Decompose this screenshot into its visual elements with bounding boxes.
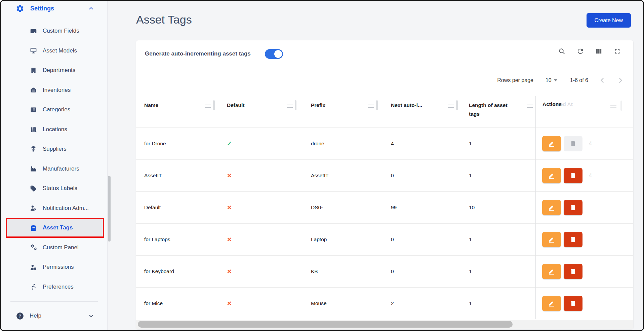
sidebar-nav: Custom Fields Asset Models Departments I… (1, 21, 107, 297)
sidebar-item-asset-models[interactable]: Asset Models (1, 41, 107, 61)
rows-per-page-value: 10 (546, 77, 552, 83)
column-resize-bar (620, 101, 622, 111)
cell-prefix: drone (311, 128, 324, 159)
drag-handle-icon[interactable] (368, 105, 374, 108)
svg-text:?: ? (18, 314, 21, 319)
edit-button[interactable] (542, 168, 561, 183)
default-mark: ✓ (227, 128, 232, 159)
sidebar-item-departments[interactable]: Departments (1, 61, 107, 80)
chevron-down-icon[interactable] (88, 313, 94, 319)
edit-button[interactable] (542, 264, 561, 279)
previous-page-icon[interactable] (598, 76, 606, 84)
rows-per-page-select[interactable]: 10 (546, 77, 557, 83)
drag-handle-icon (610, 105, 616, 108)
column-resize-bar[interactable] (295, 100, 296, 110)
toggle-knob (274, 50, 282, 58)
gear-icon (16, 4, 24, 13)
pagination-range: 1-6 of 6 (570, 77, 588, 83)
cell-length: 1 (469, 224, 509, 255)
inventories-icon (30, 86, 37, 94)
refresh-icon[interactable] (576, 47, 584, 55)
column-header-length[interactable]: Length of asset tags (469, 101, 509, 118)
sidebar-item-suppliers[interactable]: Suppliers (1, 139, 107, 159)
search-icon[interactable] (558, 47, 566, 55)
sidebar-item-label: Status Labels (43, 185, 77, 192)
cell-prefix: AssetIT (311, 160, 329, 191)
sidebar-item-locations[interactable]: Locations (1, 120, 107, 140)
sidebar-item-label: Preferences (43, 284, 74, 290)
drag-handle-icon[interactable] (287, 105, 293, 108)
delete-button[interactable] (564, 264, 582, 279)
sidebar-item-label: Custom Panel (43, 244, 79, 251)
default-mark: ✕ (227, 256, 232, 287)
sidebar-item-permissions[interactable]: Permissions (1, 257, 107, 277)
drag-handle-icon[interactable] (527, 105, 533, 108)
column-header-prefix[interactable]: Prefix (311, 101, 325, 110)
horizontal-scrollbar-thumb[interactable] (138, 321, 513, 328)
drag-handle-icon[interactable] (205, 105, 211, 108)
sidebar-item-notification-admin[interactable]: Notification Adm... (1, 198, 107, 218)
actions-cell (536, 287, 633, 319)
column-header-name[interactable]: Name (144, 101, 158, 110)
sidebar-item-asset-tags[interactable]: Asset Tags (6, 218, 104, 238)
sidebar-item-categories[interactable]: Categories (1, 100, 107, 120)
auto-increment-toggle[interactable] (265, 49, 283, 59)
sidebar-item-label: Departments (43, 67, 75, 74)
sidebar-header-settings[interactable]: Settings (1, 1, 107, 16)
cell-next-auto-increment: 0 (391, 256, 394, 287)
cell-length: 1 (469, 160, 509, 191)
sidebar-item-help[interactable]: ? Help (1, 308, 107, 324)
cell-next-auto-increment: 4 (391, 128, 394, 159)
fullscreen-icon[interactable] (613, 47, 621, 55)
cell-name: for Mice (144, 288, 163, 319)
sidebar-item-preferences[interactable]: Preferences (1, 277, 107, 297)
drag-handle-icon[interactable] (448, 105, 454, 108)
sidebar-item-custom-fields[interactable]: Custom Fields (1, 21, 107, 41)
edit-button[interactable] (542, 296, 561, 311)
cell-next-auto-increment: 2 (391, 288, 394, 319)
page-title: Asset Tags (136, 13, 192, 26)
edit-button[interactable] (542, 232, 561, 247)
rows-per-page-label: Rows per page (497, 77, 533, 83)
default-mark: ✕ (227, 160, 232, 191)
delete-button[interactable] (564, 296, 582, 311)
table-row: for Laptops ✕ Laptop 0 1 (136, 223, 535, 255)
delete-button[interactable] (564, 200, 582, 215)
sidebar-scrollbar-thumb[interactable] (108, 176, 111, 242)
sidebar-item-manufacturers[interactable]: Manufacturers (1, 159, 107, 179)
table-row: for Keyboard ✕ KB 0 1 (136, 255, 535, 287)
delete-button[interactable] (564, 232, 582, 247)
column-header-default[interactable]: Default (227, 101, 245, 110)
sidebar-item-label: Custom Fields (43, 28, 79, 34)
main-content: Asset Tags Create New Generate auto-incr… (108, 1, 643, 330)
cell-next-auto-increment: 0 (391, 224, 394, 255)
view-columns-icon[interactable] (595, 47, 603, 55)
delete-button[interactable] (564, 168, 582, 183)
sidebar-item-inventories[interactable]: Inventories (1, 80, 107, 100)
pagination-bar: Rows per page 10 1-6 of 6 (497, 75, 625, 86)
sidebar: Settings Custom Fields Asset Models Depa… (1, 1, 108, 330)
categories-icon (30, 106, 37, 113)
notification-admin-icon (30, 205, 37, 212)
column-header-next-auto-increment[interactable]: Next auto-i... (391, 101, 422, 110)
app-window: Settings Custom Fields Asset Models Depa… (0, 0, 644, 331)
actions-cell (536, 223, 633, 255)
actions-sticky-column: Created At Actions 4 4 (535, 96, 633, 319)
column-header-actions: Actions (542, 101, 562, 107)
create-new-button[interactable]: Create New (587, 13, 631, 28)
cell-name: for Keyboard (144, 256, 174, 287)
delete-button[interactable] (564, 136, 582, 151)
cell-length: 1 (469, 256, 509, 287)
chevron-up-icon[interactable] (88, 6, 94, 11)
sidebar-item-label: Manufacturers (43, 166, 79, 172)
column-resize-bar[interactable] (213, 100, 215, 110)
next-page-icon[interactable] (616, 76, 625, 84)
column-resize-bar[interactable] (376, 100, 378, 110)
sidebar-item-custom-panel[interactable]: Custom Panel (1, 238, 107, 258)
edit-button[interactable] (542, 136, 561, 151)
edit-button[interactable] (542, 200, 561, 215)
column-resize-bar[interactable] (456, 100, 458, 110)
sidebar-item-status-labels[interactable]: Status Labels (1, 179, 107, 198)
auto-increment-toggle-row: Generate auto-incrementing asset tags (145, 46, 283, 62)
asset-tags-card: Generate auto-incrementing asset tags (136, 40, 633, 329)
